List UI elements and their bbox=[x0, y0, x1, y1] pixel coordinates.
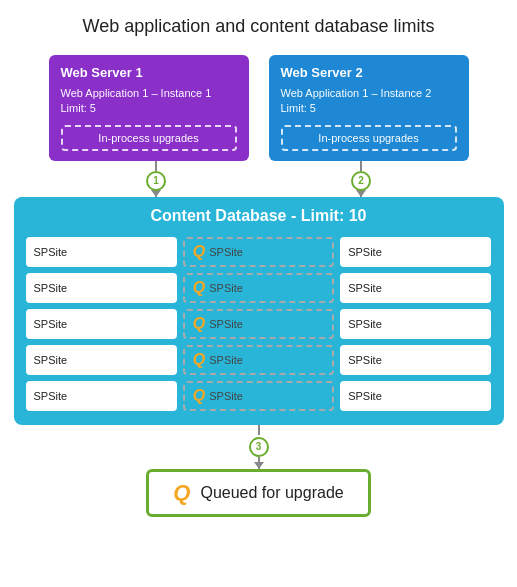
arrows-row: 1 2 bbox=[14, 161, 504, 197]
spsite-cell-queued: Q SPSite bbox=[183, 273, 334, 303]
web-server-1-inprocess: In-process upgrades bbox=[61, 125, 237, 151]
spsite-label: SPSite bbox=[348, 390, 382, 402]
spsite-cell-queued: Q SPSite bbox=[183, 345, 334, 375]
arrow-2-num: 2 bbox=[351, 171, 371, 191]
web-server-2-instance: Web Application 1 – Instance 2Limit: 5 bbox=[281, 86, 457, 117]
q-icon: Q bbox=[193, 352, 205, 368]
spsite-cell: SPSite bbox=[340, 345, 491, 375]
web-server-2-title: Web Server 2 bbox=[281, 65, 457, 80]
spsite-cell: SPSite bbox=[26, 237, 177, 267]
spsite-cell-queued: Q SPSite bbox=[183, 309, 334, 339]
arrow-1-bottom bbox=[155, 191, 157, 197]
web-server-1: Web Server 1 Web Application 1 – Instanc… bbox=[49, 55, 249, 161]
spsite-label: SPSite bbox=[348, 282, 382, 294]
queued-q-icon: Q bbox=[173, 482, 190, 504]
spsite-cell-queued: Q SPSite bbox=[183, 237, 334, 267]
spsite-label: SPSite bbox=[34, 246, 68, 258]
web-server-1-instance: Web Application 1 – Instance 1Limit: 5 bbox=[61, 86, 237, 117]
spsite-label: SPSite bbox=[34, 318, 68, 330]
spsite-cell: SPSite bbox=[340, 273, 491, 303]
arrow-3-line bbox=[258, 457, 260, 469]
arrow-1: 1 bbox=[146, 161, 166, 197]
col-2: Q SPSite Q SPSite Q SPSite Q SPSite bbox=[183, 237, 334, 411]
arrow-2: 2 bbox=[351, 161, 371, 197]
q-icon: Q bbox=[193, 316, 205, 332]
spsite-cell: SPSite bbox=[340, 309, 491, 339]
web-server-2-inprocess: In-process upgrades bbox=[281, 125, 457, 151]
spsite-label: SPSite bbox=[348, 246, 382, 258]
queued-label: Queued for upgrade bbox=[200, 484, 343, 502]
arrow-3: 3 bbox=[249, 425, 269, 469]
col-3: SPSite SPSite SPSite SPSite SPSite bbox=[340, 237, 491, 411]
q-icon: Q bbox=[193, 244, 205, 260]
spsite-label: SPSite bbox=[209, 318, 243, 330]
spsite-grid: SPSite SPSite SPSite SPSite SPSite bbox=[26, 237, 492, 411]
page-title: Web application and content database lim… bbox=[83, 16, 435, 37]
web-servers-row: Web Server 1 Web Application 1 – Instanc… bbox=[14, 55, 504, 161]
spsite-label: SPSite bbox=[348, 354, 382, 366]
spsite-label: SPSite bbox=[34, 390, 68, 402]
arrow-2-top bbox=[360, 161, 362, 171]
spsite-cell: SPSite bbox=[26, 273, 177, 303]
arrow-2-bottom bbox=[360, 191, 362, 197]
web-server-2: Web Server 2 Web Application 1 – Instanc… bbox=[269, 55, 469, 161]
spsite-label: SPSite bbox=[209, 282, 243, 294]
spsite-cell-queued: Q SPSite bbox=[183, 381, 334, 411]
arrow-3-num: 3 bbox=[249, 437, 269, 457]
spsite-label: SPSite bbox=[34, 354, 68, 366]
q-icon: Q bbox=[193, 280, 205, 296]
spsite-cell: SPSite bbox=[26, 381, 177, 411]
arrow-1-top bbox=[155, 161, 157, 171]
arrow-3-top bbox=[258, 425, 260, 435]
spsite-label: SPSite bbox=[209, 354, 243, 366]
content-database: Content Database - Limit: 10 SPSite SPSi… bbox=[14, 197, 504, 425]
web-server-1-title: Web Server 1 bbox=[61, 65, 237, 80]
col-1: SPSite SPSite SPSite SPSite SPSite bbox=[26, 237, 177, 411]
queued-for-upgrade-box: Q Queued for upgrade bbox=[146, 469, 370, 517]
spsite-cell: SPSite bbox=[26, 309, 177, 339]
spsite-label: SPSite bbox=[209, 246, 243, 258]
spsite-label: SPSite bbox=[348, 318, 382, 330]
q-icon: Q bbox=[193, 388, 205, 404]
spsite-cell: SPSite bbox=[340, 237, 491, 267]
arrow-1-num: 1 bbox=[146, 171, 166, 191]
spsite-label: SPSite bbox=[209, 390, 243, 402]
spsite-cell: SPSite bbox=[26, 345, 177, 375]
spsite-cell: SPSite bbox=[340, 381, 491, 411]
content-db-title: Content Database - Limit: 10 bbox=[26, 207, 492, 225]
spsite-label: SPSite bbox=[34, 282, 68, 294]
